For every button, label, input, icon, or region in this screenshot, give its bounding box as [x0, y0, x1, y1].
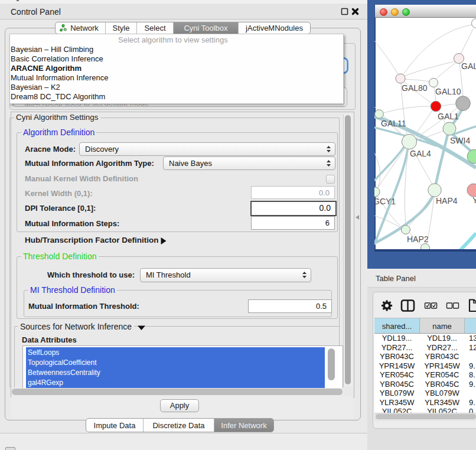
svg-text:GAL1: GAL1: [438, 112, 459, 121]
svg-text:GAL80: GAL80: [402, 83, 428, 93]
svg-text:GAL: GAL: [461, 61, 476, 71]
svg-text:SWI4: SWI4: [450, 136, 470, 145]
svg-text:HAP4: HAP4: [436, 196, 458, 206]
svg-text:GCY1: GCY1: [374, 197, 396, 206]
svg-text:Y: Y: [472, 195, 476, 205]
svg-text:GAL11: GAL11: [381, 119, 406, 128]
svg-text:HAP2: HAP2: [407, 234, 429, 244]
svg-text:GAL10: GAL10: [435, 87, 461, 96]
svg-text:GAL4: GAL4: [410, 149, 431, 158]
